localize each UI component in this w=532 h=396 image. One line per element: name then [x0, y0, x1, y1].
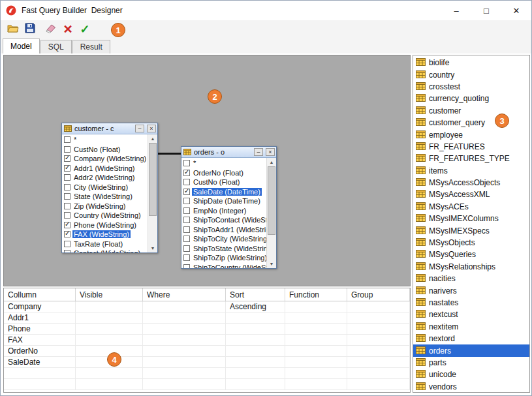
grid-cell-function[interactable]	[285, 335, 347, 345]
field-row[interactable]: Country (WideString)	[62, 211, 148, 221]
field-row[interactable]: EmpNo (Integer)	[181, 206, 266, 216]
scroll-down-icon[interactable]	[148, 244, 157, 252]
field-checkbox[interactable]	[64, 241, 70, 247]
field-row[interactable]: State (WideString)	[62, 192, 148, 202]
field-checkbox[interactable]	[64, 146, 70, 153]
table-list-item[interactable]: MSysObjects	[413, 237, 529, 249]
window-minimize-icon[interactable]: –	[135, 125, 144, 132]
field-row[interactable]: ShipToContact (WideString)	[181, 215, 266, 225]
table-list-item[interactable]: nextitem	[413, 321, 529, 333]
field-row[interactable]: ShipDate (DateTime)	[181, 196, 266, 206]
table-list-item[interactable]: MSysQueries	[413, 249, 529, 260]
field-row[interactable]: SaleDate (DateTime)	[181, 187, 266, 197]
table-list-item[interactable]: nextcust	[413, 309, 529, 320]
field-row[interactable]: ShipToZip (WideString)	[181, 253, 266, 263]
field-checkbox[interactable]	[64, 165, 70, 172]
grid-cell-where[interactable]	[143, 324, 226, 334]
orders-table-window[interactable]: orders - o – × * OrderNo (Float) CustNo …	[181, 146, 277, 269]
table-list-item[interactable]: nacities	[413, 273, 529, 284]
table-list-item[interactable]: FR_FEATURES_TYPE	[413, 153, 529, 164]
tab[interactable]: Result	[72, 40, 110, 53]
field-row[interactable]: Contact (WideString)	[62, 249, 148, 252]
table-list-item[interactable]: MSysIMEXSpecs	[413, 224, 529, 236]
grid-cell-sort[interactable]	[226, 346, 285, 356]
grid-cell-group[interactable]	[347, 379, 410, 389]
field-checkbox[interactable]	[64, 212, 70, 219]
scroll-thumb[interactable]	[268, 166, 275, 235]
field-row[interactable]: Phone (WideString)	[62, 221, 148, 230]
field-row[interactable]: Addr2 (WideString)	[62, 173, 148, 183]
scroll-down-icon[interactable]	[267, 260, 276, 268]
table-list-item[interactable]: customer	[413, 105, 529, 117]
field-checkbox[interactable]	[64, 174, 70, 181]
table-list-item[interactable]: vendors	[413, 381, 529, 393]
field-checkbox[interactable]	[183, 170, 190, 176]
grid-cell-group[interactable]	[347, 324, 410, 334]
scroll-up-icon[interactable]	[267, 158, 276, 166]
field-checkbox[interactable]	[183, 207, 190, 214]
grid-cell-group[interactable]	[347, 335, 410, 345]
field-checkbox[interactable]	[183, 264, 190, 268]
grid-cell-visible[interactable]	[76, 335, 143, 345]
field-row[interactable]: CustNo (Float)	[181, 177, 266, 187]
grid-cell-group[interactable]	[347, 346, 410, 356]
grid-cell-column[interactable]: Addr1	[4, 312, 76, 323]
grid-cell-visible[interactable]	[76, 368, 143, 378]
table-list-item[interactable]: nastates	[413, 297, 529, 309]
minimize-button[interactable]: –	[441, 1, 471, 20]
field-checkbox[interactable]	[64, 222, 70, 228]
field-checkbox[interactable]	[64, 231, 70, 237]
grid-cell-where[interactable]	[143, 301, 226, 312]
grid-cell-sort[interactable]	[226, 368, 285, 378]
field-row[interactable]: *	[62, 135, 148, 145]
field-row[interactable]: ShipToAddr1 (WideString)	[181, 225, 266, 235]
field-checkbox[interactable]	[64, 250, 70, 252]
field-row[interactable]: *	[181, 159, 266, 168]
field-checkbox[interactable]	[183, 160, 190, 166]
field-checkbox[interactable]	[64, 136, 70, 143]
grid-cell-visible[interactable]	[76, 379, 143, 389]
field-row[interactable]: ShipToCountry (WideString)	[181, 263, 266, 269]
field-row[interactable]: OrderNo (Float)	[181, 168, 266, 178]
customer-window-titlebar[interactable]: customer - c – ×	[62, 123, 157, 134]
table-list-item[interactable]: crosstest	[413, 81, 529, 93]
table-list-item[interactable]: MSysAccessXML	[413, 189, 529, 200]
customer-table-window[interactable]: customer - c – × * CustNo (Float) Compan…	[61, 123, 158, 253]
grid-cell-visible[interactable]	[76, 301, 143, 312]
tab[interactable]: Model	[3, 38, 40, 53]
grid-cell-where[interactable]	[143, 368, 226, 378]
window-minimize-icon[interactable]: –	[254, 148, 263, 156]
grid-cell-visible[interactable]	[76, 312, 143, 323]
field-row[interactable]: CustNo (Float)	[62, 145, 148, 155]
grid-cell-column[interactable]: OrderNo	[4, 346, 76, 356]
scrollbar[interactable]	[266, 158, 276, 268]
clear-button[interactable]	[43, 22, 59, 37]
field-checkbox[interactable]	[183, 226, 190, 233]
grid-cell-group[interactable]	[347, 312, 410, 323]
grid-cell-group[interactable]	[347, 301, 410, 312]
table-list-item[interactable]: FR_FEATURES	[413, 141, 529, 153]
table-list-item[interactable]: unicode	[413, 369, 529, 380]
table-list-item[interactable]: items	[413, 165, 529, 177]
field-checkbox[interactable]	[183, 179, 190, 185]
table-list-item[interactable]: biolife	[413, 57, 529, 69]
grid-cell-visible[interactable]	[76, 324, 143, 334]
grid-cell-function[interactable]	[285, 312, 347, 323]
field-checkbox[interactable]	[64, 155, 70, 162]
grid-cell-function[interactable]	[285, 346, 347, 356]
grid-cell-sort[interactable]	[226, 357, 285, 367]
grid-cell-sort[interactable]	[226, 312, 285, 323]
table-list-item[interactable]: orders	[413, 344, 529, 356]
field-checkbox[interactable]	[183, 245, 190, 252]
save-button[interactable]	[22, 22, 38, 37]
field-checkbox[interactable]	[64, 193, 70, 200]
grid-cell-where[interactable]	[143, 312, 226, 323]
table-list-item[interactable]: narivers	[413, 284, 529, 296]
maximize-button[interactable]: □	[471, 1, 501, 20]
grid-cell-sort[interactable]: Ascending	[226, 301, 285, 312]
grid-cell-group[interactable]	[347, 368, 410, 378]
grid-cell-function[interactable]	[285, 368, 347, 378]
table-list-item[interactable]: nextord	[413, 333, 529, 344]
field-row[interactable]: Company (WideString)	[62, 154, 148, 164]
table-list-item[interactable]: MSysIMEXColumns	[413, 213, 529, 224]
